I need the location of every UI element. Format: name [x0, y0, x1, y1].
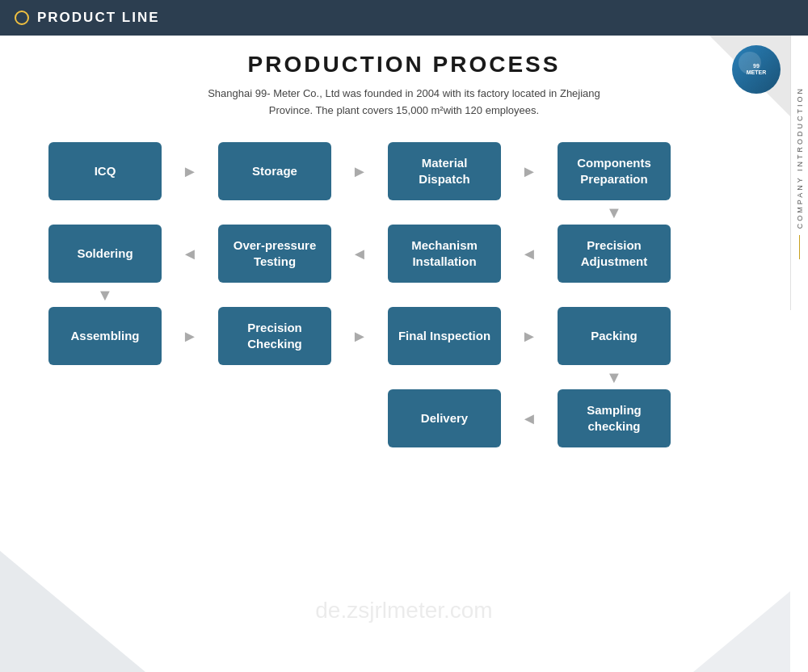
arrow-components-precision: ▼	[606, 200, 622, 225]
page-title: PRODUCTION PROCESS	[32, 52, 776, 78]
main-content: PRODUCTION PROCESS Shanghai 99- Meter Co…	[0, 36, 808, 480]
arrow-dispatch-components: ►	[509, 163, 549, 179]
box-storage: Storage	[218, 142, 331, 200]
bottom-triangle-left	[0, 551, 145, 672]
box-icq: ICQ	[48, 142, 162, 200]
subtitle-line2: Province. The plant covers 15,000 m²with…	[269, 104, 539, 116]
arrow-assembling-checking: ►	[170, 328, 210, 344]
header-bar: PRODUCT LINE	[0, 0, 808, 36]
arrow-icq-storage: ►	[170, 163, 210, 179]
header-title: PRODUCT LINE	[37, 10, 160, 26]
page-subtitle: Shanghai 99- Meter Co., Ltd was founded …	[32, 86, 776, 120]
box-packing: Packing	[558, 307, 671, 365]
box-components-preparation: Components Preparation	[558, 142, 671, 200]
box-soldering: Soldering	[48, 225, 162, 283]
arrow-soldering-assembling: ▼	[97, 283, 113, 307]
arrow-packing-sampling: ▼	[606, 365, 622, 389]
box-final-inspection: Final Inspection	[388, 307, 501, 365]
arrow-checking-inspection: ►	[339, 328, 380, 344]
box-sampling-checking: Sampling checking	[558, 389, 671, 447]
box-material-dispatch: Material Dispatch	[388, 142, 501, 200]
subtitle-line1: Shanghai 99- Meter Co., Ltd was founded …	[208, 87, 600, 99]
header-circle-icon	[15, 10, 29, 25]
box-delivery: Delivery	[388, 389, 501, 447]
box-over-pressure-testing: Over-pressure Testing	[218, 225, 331, 283]
process-grid: ICQ ► Storage ► Material Dispatch ► Comp…	[40, 142, 768, 472]
box-precision-checking: Precision Checking	[218, 307, 331, 365]
arrow-mechanism-testing: ◄	[339, 246, 380, 262]
diagram-wrapper: ICQ ► Storage ► Material Dispatch ► Comp…	[40, 142, 768, 472]
bottom-triangle-right	[693, 591, 790, 672]
box-precision-adjustment: Precision Adjustment	[558, 225, 671, 283]
arrow-sampling-delivery: ◄	[509, 410, 549, 426]
watermark: de.zsjrlmeter.com	[315, 598, 492, 624]
arrow-inspection-packing: ►	[509, 328, 549, 344]
box-mechanism-installation: Mechanism Installation	[388, 225, 501, 283]
logo-text: 99METER	[747, 63, 767, 77]
arrow-testing-soldering: ◄	[170, 246, 210, 262]
arrow-precision-mechanism: ◄	[509, 246, 549, 262]
logo-circle: 99METER	[732, 45, 781, 94]
box-assembling: Assembling	[48, 307, 162, 365]
arrow-storage-dispatch: ►	[339, 163, 380, 179]
